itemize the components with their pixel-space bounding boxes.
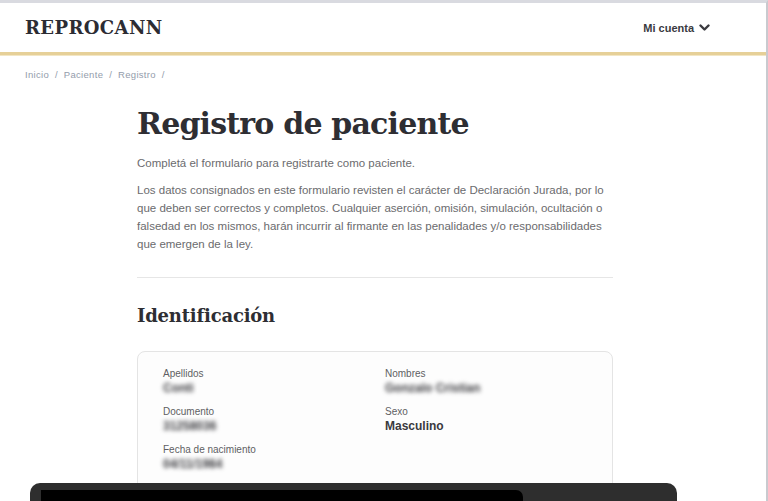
field-sexo: Sexo Masculino [385, 406, 587, 433]
identification-section-title: Identificación [137, 305, 613, 326]
breadcrumb-separator: / [55, 69, 58, 80]
reprocann-logo[interactable]: REPROCANN [25, 17, 163, 38]
account-menu[interactable]: Mi cuenta [643, 22, 710, 34]
breadcrumb-separator: / [109, 69, 112, 80]
breadcrumb-item-inicio[interactable]: Inicio [25, 69, 49, 80]
player-bar[interactable] [30, 483, 677, 501]
account-menu-label: Mi cuenta [643, 22, 694, 34]
sexo-value: Masculino [385, 419, 587, 433]
field-apellidos: Apellidos Conti [163, 368, 385, 395]
card-left-column: Apellidos Conti Documento 31258036 Fecha… [163, 368, 385, 482]
fecha-nacimiento-value: 04/11/1984 [163, 457, 385, 471]
page-subtitle: Completá el formulario para registrarte … [137, 157, 613, 169]
breadcrumb-separator: / [162, 69, 165, 80]
fecha-nacimiento-label: Fecha de nacimiento [163, 444, 385, 455]
header: REPROCANN Mi cuenta [0, 3, 766, 52]
breadcrumb-item-paciente[interactable]: Paciente [64, 69, 103, 80]
player-seekbar[interactable] [41, 490, 523, 501]
breadcrumb-item-registro[interactable]: Registro [118, 69, 156, 80]
main-content: Registro de paciente Completá el formula… [137, 106, 613, 495]
card-right-column: Nombres Gonzalo Cristian Sexo Masculino [385, 368, 587, 482]
identification-card: Apellidos Conti Documento 31258036 Fecha… [137, 351, 613, 495]
page-title: Registro de paciente [137, 106, 613, 141]
field-fecha-nacimiento: Fecha de nacimiento 04/11/1984 [163, 444, 385, 471]
breadcrumb: Inicio / Paciente / Registro / [0, 55, 766, 80]
field-nombres: Nombres Gonzalo Cristian [385, 368, 587, 395]
apellidos-label: Apellidos [163, 368, 385, 379]
sexo-label: Sexo [385, 406, 587, 417]
documento-value: 31258036 [163, 419, 385, 433]
apellidos-value: Conti [163, 381, 385, 395]
documento-label: Documento [163, 406, 385, 417]
section-divider [137, 277, 613, 278]
field-documento: Documento 31258036 [163, 406, 385, 433]
nombres-label: Nombres [385, 368, 587, 379]
page-frame: REPROCANN Mi cuenta Inicio / Paciente / … [0, 0, 768, 501]
nombres-value: Gonzalo Cristian [385, 381, 587, 395]
chevron-down-icon [699, 22, 710, 34]
declaration-disclaimer: Los datos consignados en este formulario… [137, 181, 613, 253]
